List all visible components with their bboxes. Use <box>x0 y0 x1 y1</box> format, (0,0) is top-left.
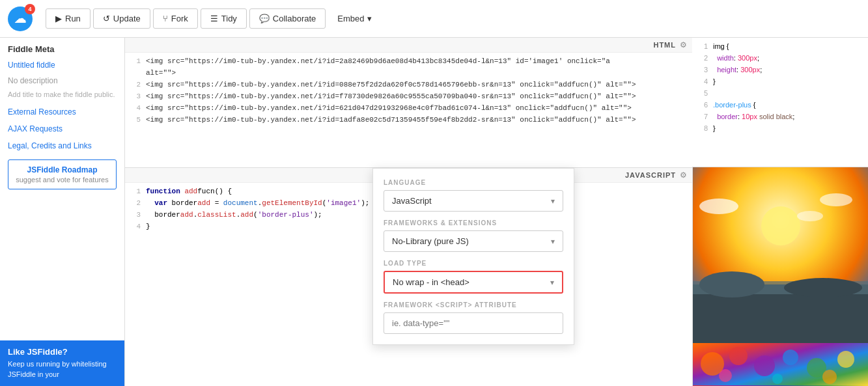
html-code-line: 4<img src="https://im0-tub-by.yandex.net… <box>125 102 692 114</box>
css-code-line: 8} <box>692 122 868 134</box>
html-code-line: 1<img src="https://im0-tub-by.yandex.net… <box>125 55 692 67</box>
tidy-label: Tidy <box>221 14 237 23</box>
main-area: Fiddle Meta Untitled fiddle No descripti… <box>0 38 868 386</box>
preview-panel <box>692 167 868 386</box>
logo-icon: ☁ 4 <box>8 7 33 31</box>
svg-point-13 <box>783 350 798 365</box>
html-code-area[interactable]: 1<img src="https://im0-tub-by.yandex.net… <box>125 53 692 167</box>
svg-point-11 <box>729 347 748 365</box>
css-code-line: 1img { <box>692 40 868 52</box>
css-code-line: 7 border: 10px solid black; <box>692 111 868 122</box>
tidy-button[interactable]: ☰ Tidy <box>201 8 247 29</box>
roadmap-title[interactable]: JSFiddle Roadmap <box>15 165 109 174</box>
logo: ☁ 4 <box>8 7 33 31</box>
html-code-line: alt=""> <box>125 67 692 79</box>
svg-point-1 <box>761 206 800 245</box>
svg-point-17 <box>772 374 783 384</box>
collaborate-icon: 💬 <box>259 14 270 23</box>
framework-script-label: FRAMEWORK <SCRIPT> ATTRIBUTE <box>384 301 563 309</box>
embed-label: Embed <box>337 14 364 23</box>
html-panel: HTML ⚙ 1<img src="https://im0-tub-by.yan… <box>125 38 692 168</box>
update-icon: ↺ <box>103 14 110 23</box>
banner-desc: Keep us running by whitelisting JSFiddle… <box>8 359 117 379</box>
framework-script-input[interactable] <box>384 312 563 334</box>
fiddle-desc: No description <box>0 74 124 88</box>
banner-title: Like JSFiddle? <box>8 347 117 357</box>
run-icon: ▶ <box>55 14 62 23</box>
update-button[interactable]: ↺ Update <box>93 8 150 29</box>
external-resources-link[interactable]: External Resources <box>0 103 124 120</box>
load-type-label: LOAD TYPE <box>384 260 563 267</box>
frameworks-value: No-Library (pure JS) <box>392 236 469 246</box>
fork-button[interactable]: ⑂ Fork <box>153 8 198 29</box>
language-value: JavaScript <box>392 196 432 206</box>
html-code-line: 2<img src="https://im0-tub-by.yandex.net… <box>125 79 692 90</box>
preview-landscape-svg <box>693 167 868 343</box>
fiddle-info: Add title to make the fiddle public. <box>0 88 124 103</box>
ajax-requests-link[interactable]: AJAX Requests <box>0 120 124 137</box>
svg-point-18 <box>822 370 837 384</box>
embed-button[interactable]: Embed ▾ <box>328 9 380 28</box>
language-chevron-icon: ▾ <box>551 197 555 206</box>
frameworks-chevron-icon: ▾ <box>551 237 555 246</box>
svg-point-6 <box>699 199 738 214</box>
toolbar: ☁ 4 ▶ Run ↺ Update ⑂ Fork ☰ Tidy 💬 Colla… <box>0 0 868 38</box>
html-panel-header: HTML ⚙ <box>125 38 692 53</box>
roadmap-sub: suggest and vote for features <box>15 176 109 184</box>
notification-badge: 4 <box>25 4 35 14</box>
svg-point-4 <box>699 271 764 297</box>
load-type-select[interactable]: No wrap - in <head> ▾ <box>384 271 563 294</box>
css-code-line: 2 width: 300px; <box>692 52 868 64</box>
load-type-chevron-icon: ▾ <box>550 278 554 287</box>
svg-point-12 <box>754 355 775 376</box>
fiddle-name-link[interactable]: Untitled fiddle <box>0 57 124 74</box>
css-panel[interactable]: 1img {2 width: 300px;3 height: 300px;4}5… <box>692 38 868 167</box>
language-select[interactable]: JavaScript ▾ <box>384 190 563 212</box>
run-button[interactable]: ▶ Run <box>46 8 91 29</box>
css-code-line: 3 height: 300px; <box>692 64 868 76</box>
collaborate-button[interactable]: 💬 Collaborate <box>249 8 326 29</box>
svg-point-15 <box>837 351 854 368</box>
svg-point-5 <box>784 278 862 297</box>
css-code-line: 5 <box>692 87 868 99</box>
html-code-line: 5<img src="https://im0-tub-by.yandex.net… <box>125 114 692 126</box>
sidebar: Fiddle Meta Untitled fiddle No descripti… <box>0 38 125 386</box>
html-settings-icon[interactable]: ⚙ <box>680 40 687 49</box>
html-code-line: 3<img src="https://im0-tub-by.yandex.net… <box>125 90 692 102</box>
svg-point-8 <box>797 211 823 221</box>
svg-point-7 <box>820 193 852 206</box>
legal-credits-link[interactable]: Legal, Credits and Links <box>0 137 124 154</box>
fork-label: Fork <box>171 14 188 23</box>
frameworks-label: FRAMEWORKS & EXTENSIONS <box>384 219 563 227</box>
js-settings-icon[interactable]: ⚙ <box>680 171 687 180</box>
donation-banner: Like JSFiddle? Keep us running by whitel… <box>0 340 124 386</box>
preview-image-top <box>693 167 868 343</box>
fiddle-meta-title: Fiddle Meta <box>0 38 124 57</box>
run-label: Run <box>65 14 81 23</box>
frameworks-select[interactable]: No-Library (pure JS) ▾ <box>384 230 563 252</box>
language-label: LANGUAGE <box>384 179 563 186</box>
embed-chevron-icon: ▾ <box>367 14 372 23</box>
preview-colorful-svg <box>693 343 868 385</box>
load-type-value: No wrap - in <head> <box>393 277 469 287</box>
tidy-icon: ☰ <box>210 14 218 23</box>
html-lang-badge: HTML <box>649 40 680 50</box>
css-code-line: 4} <box>692 76 868 87</box>
collaborate-label: Collaborate <box>273 14 316 23</box>
editor-area: HTML ⚙ 1<img src="https://im0-tub-by.yan… <box>125 38 692 386</box>
roadmap-box: JSFiddle Roadmap suggest and vote for fe… <box>8 159 117 189</box>
preview-image-bottom <box>693 343 868 386</box>
js-lang-badge: JAVASCRIPT <box>621 170 680 180</box>
fork-icon: ⑂ <box>163 14 168 23</box>
update-label: Update <box>113 14 141 23</box>
svg-point-16 <box>719 369 732 382</box>
right-area: 1img {2 width: 300px;3 height: 300px;4}5… <box>692 38 868 386</box>
js-settings-dropdown: LANGUAGE JavaScript ▾ FRAMEWORKS & EXTEN… <box>372 168 574 345</box>
css-code-line: 6.border-plus { <box>692 99 868 111</box>
